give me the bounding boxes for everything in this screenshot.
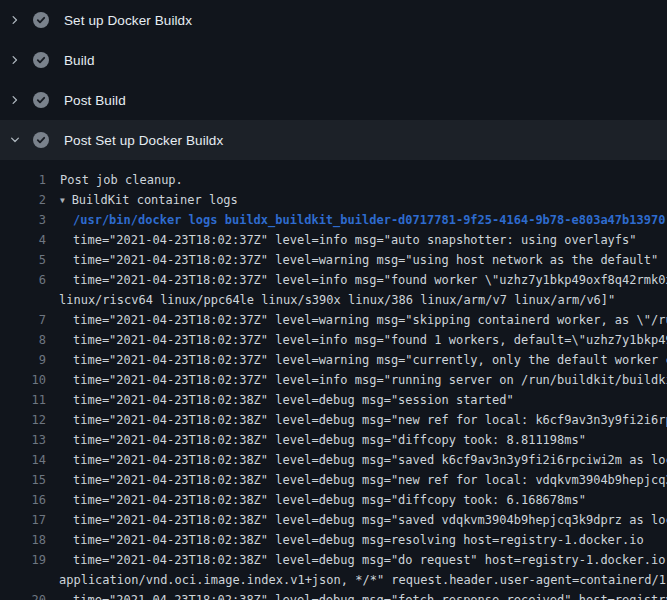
log-line: 16 ▼ time="2021-04-23T18:02:38Z" level=d… (0, 490, 667, 510)
log-line-number[interactable]: 18 (0, 530, 46, 550)
log-line: 9 ▼ time="2021-04-23T18:02:37Z" level=wa… (0, 350, 667, 370)
log-line-text: ▼ time="2021-04-23T18:02:37Z" level=warn… (46, 350, 667, 370)
log-line-text: ▼ time="2021-04-23T18:02:38Z" level=debu… (46, 530, 644, 550)
log-line-text: ▼ time="2021-04-23T18:02:37Z" level=info… (46, 270, 667, 290)
log-line: 6 ▼ time="2021-04-23T18:02:37Z" level=in… (0, 270, 667, 290)
log-line: 8 ▼ time="2021-04-23T18:02:37Z" level=in… (0, 330, 667, 350)
step-header-set-up-docker-buildx[interactable]: Set up Docker Buildx (0, 0, 667, 40)
log-viewer: 1 ▼ Post job cleanup. 2 ▼ BuildKit conta… (0, 160, 667, 600)
log-line-text: ▼ time="2021-04-23T18:02:37Z" level=warn… (46, 250, 658, 270)
log-line-number[interactable]: 20 (0, 590, 46, 600)
log-line: 1 ▼ Post job cleanup. (0, 170, 667, 190)
log-line: ▼ application/vnd.oci.image.index.v1+jso… (0, 570, 667, 590)
log-line: 4 ▼ time="2021-04-23T18:02:37Z" level=in… (0, 230, 667, 250)
log-line: 10 ▼ time="2021-04-23T18:02:37Z" level=i… (0, 370, 667, 390)
log-line-text: ▼ /usr/bin/docker logs buildx_buildkit_b… (46, 210, 665, 230)
log-line-number[interactable]: 11 (0, 390, 46, 410)
log-line-text: ▼ time="2021-04-23T18:02:38Z" level=debu… (46, 390, 514, 410)
log-line-number[interactable]: 4 (0, 230, 46, 250)
log-line-text: ▼ time="2021-04-23T18:02:38Z" level=debu… (46, 490, 586, 510)
log-line-text: ▼ time="2021-04-23T18:02:37Z" level=info… (46, 330, 667, 350)
log-line-text: ▼ time="2021-04-23T18:02:37Z" level=warn… (46, 310, 667, 330)
log-line: 14 ▼ time="2021-04-23T18:02:38Z" level=d… (0, 450, 667, 470)
log-line-number[interactable]: 14 (0, 450, 46, 470)
step-title: Post Build (64, 93, 126, 108)
log-line-number[interactable]: 9 (0, 350, 46, 370)
log-line: 2 ▼ BuildKit container logs (0, 190, 667, 210)
check-circle-icon (33, 12, 49, 28)
log-line-number[interactable]: 1 (0, 170, 46, 190)
log-line-text[interactable]: ▼ BuildKit container logs (46, 190, 238, 210)
log-line: 5 ▼ time="2021-04-23T18:02:37Z" level=wa… (0, 250, 667, 270)
check-circle-icon (33, 132, 49, 148)
log-line: 15 ▼ time="2021-04-23T18:02:38Z" level=d… (0, 470, 667, 490)
log-line-text: ▼ time="2021-04-23T18:02:38Z" level=debu… (46, 470, 667, 490)
log-line-text: ▼ time="2021-04-23T18:02:38Z" level=debu… (46, 550, 667, 570)
log-line: 11 ▼ time="2021-04-23T18:02:38Z" level=d… (0, 390, 667, 410)
log-line-text: ▼ time="2021-04-23T18:02:38Z" level=debu… (46, 510, 667, 530)
step-header-post-set-up-docker-buildx[interactable]: Post Set up Docker Buildx (0, 120, 667, 160)
log-line-number[interactable]: 10 (0, 370, 46, 390)
log-line-text: ▼ time="2021-04-23T18:02:38Z" level=debu… (46, 450, 667, 470)
chevron-right-icon (9, 54, 21, 66)
group-caret-icon: ▼ (60, 196, 70, 205)
log-line: 19 ▼ time="2021-04-23T18:02:38Z" level=d… (0, 550, 667, 570)
step-title: Post Set up Docker Buildx (64, 133, 223, 148)
log-line-number[interactable]: 13 (0, 430, 46, 450)
check-circle-icon (33, 52, 49, 68)
log-line-text: ▼ time="2021-04-23T18:02:38Z" level=debu… (46, 430, 586, 450)
log-line: 17 ▼ time="2021-04-23T18:02:38Z" level=d… (0, 510, 667, 530)
step-header-build[interactable]: Build (0, 40, 667, 80)
log-line: 13 ▼ time="2021-04-23T18:02:38Z" level=d… (0, 430, 667, 450)
log-line-number[interactable]: 19 (0, 550, 46, 570)
check-circle-icon (33, 92, 49, 108)
log-line: 12 ▼ time="2021-04-23T18:02:38Z" level=d… (0, 410, 667, 430)
chevron-right-icon (9, 94, 21, 106)
step-title: Set up Docker Buildx (64, 13, 192, 28)
log-line: 20 ▼ time="2021-04-23T18:02:38Z" level=d… (0, 590, 667, 600)
log-line-text: ▼ time="2021-04-23T18:02:38Z" level=debu… (46, 410, 667, 430)
log-line-number[interactable]: 8 (0, 330, 46, 350)
log-line-number[interactable]: 12 (0, 410, 46, 430)
log-line-number[interactable]: 7 (0, 310, 46, 330)
log-line: ▼ linux/riscv64 linux/ppc64le linux/s390… (0, 290, 667, 310)
chevron-right-icon (9, 14, 21, 26)
log-line-number[interactable]: 5 (0, 250, 46, 270)
log-line-text: ▼ application/vnd.oci.image.index.v1+jso… (46, 570, 667, 590)
log-line: 18 ▼ time="2021-04-23T18:02:38Z" level=d… (0, 530, 667, 550)
log-line-number[interactable]: 16 (0, 490, 46, 510)
log-line-number[interactable] (0, 290, 46, 310)
log-line: 3 ▼ /usr/bin/docker logs buildx_buildkit… (0, 210, 667, 230)
log-line-number[interactable] (0, 570, 46, 590)
log-line-number[interactable]: 17 (0, 510, 46, 530)
log-line-text: ▼ Post job cleanup. (46, 170, 183, 190)
log-line-number[interactable]: 3 (0, 210, 46, 230)
log-line-text: ▼ time="2021-04-23T18:02:37Z" level=info… (46, 370, 667, 390)
log-line-number[interactable]: 15 (0, 470, 46, 490)
log-line-number[interactable]: 2 (0, 190, 46, 210)
step-title: Build (64, 53, 95, 68)
log-line-number[interactable]: 6 (0, 270, 46, 290)
log-line-text: ▼ linux/riscv64 linux/ppc64le linux/s390… (46, 290, 615, 310)
chevron-down-icon (9, 134, 21, 146)
log-line-text: ▼ time="2021-04-23T18:02:38Z" level=debu… (46, 590, 667, 600)
log-line-text: ▼ time="2021-04-23T18:02:37Z" level=info… (46, 230, 637, 250)
log-line: 7 ▼ time="2021-04-23T18:02:37Z" level=wa… (0, 310, 667, 330)
step-header-post-build[interactable]: Post Build (0, 80, 667, 120)
